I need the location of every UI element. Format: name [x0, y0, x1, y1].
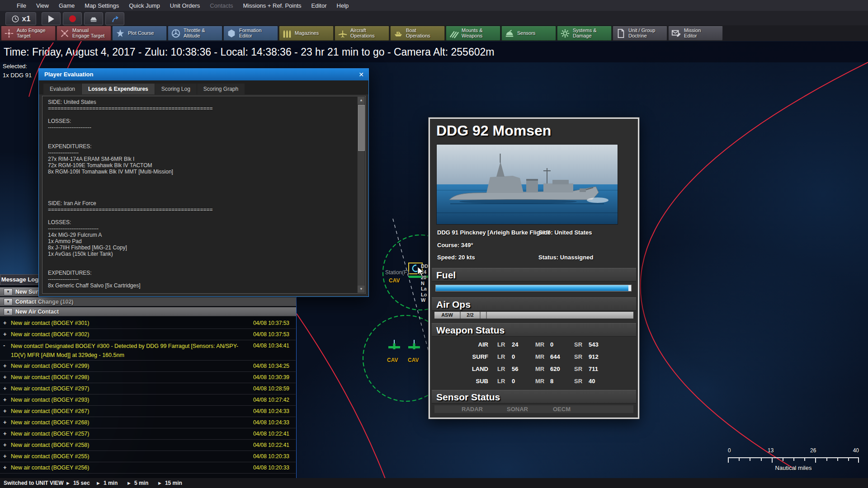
losses-expenditures-text: SIDE: United States ====================… — [48, 99, 355, 291]
menu-missions-ref-points[interactable]: Missions + Ref. Points — [238, 2, 307, 9]
jump-to-location-button[interactable] — [105, 12, 124, 25]
mounts-weapons-button[interactable]: Mounts &Weapons — [446, 26, 500, 41]
envelope-pencil-icon — [671, 28, 681, 38]
yoke-icon — [171, 28, 181, 38]
time-step-5min-button[interactable]: ►5 min — [127, 478, 148, 488]
log-group-contact-change[interactable]: ▼ Contact Change (102) — [0, 297, 296, 306]
log-entry[interactable]: +New air contact (BOGEY #301)04/08 10:37… — [0, 318, 296, 329]
plot-course-button[interactable]: Plot Course — [112, 26, 167, 41]
air-ops-ready-cell[interactable]: 2/2 — [461, 312, 481, 319]
menu-view[interactable]: View — [31, 2, 54, 9]
sensor-status-section-header: Sensor Status — [432, 390, 636, 404]
air-ops-asw-cell[interactable]: ASW — [434, 312, 461, 319]
unit-status-text: Status: Unassigned — [538, 254, 593, 261]
log-entry[interactable]: +New air contact (BOGEY #299)04/08 10:34… — [0, 361, 296, 372]
collapse-arrow-icon[interactable]: ▼ — [4, 298, 13, 305]
time-step-1min-button[interactable]: ►1 min — [96, 478, 118, 488]
scroll-thumb[interactable] — [358, 105, 365, 151]
unit-title: DDG 92 Momsen — [436, 122, 551, 139]
log-entry[interactable]: +New air contact (BOGEY #298)04/08 10:30… — [0, 372, 296, 383]
scroll-up-icon[interactable]: ▲ — [358, 97, 365, 104]
menu-game[interactable]: Game — [54, 2, 80, 9]
air-ops-spacer-cell — [481, 312, 487, 319]
time-step-15sec-button[interactable]: ►15 sec — [66, 478, 90, 488]
log-entry[interactable]: +New air contact (BOGEY #267)04/08 10:24… — [0, 406, 296, 417]
mission-editor-button[interactable]: MissionEditor — [668, 26, 723, 41]
log-entry[interactable]: +New air contact (BOGEY #258)04/08 10:22… — [0, 440, 296, 451]
auto-engage-target-button[interactable]: Auto EngageTarget — [1, 26, 56, 41]
systems-damage-button[interactable]: Systems &Damage — [557, 26, 612, 41]
log-entry[interactable]: +New air contact (BOGEY #256)04/08 10:20… — [0, 462, 296, 474]
collapse-arrow-icon[interactable]: ▼ — [4, 288, 13, 296]
formation-editor-button[interactable]: FormationEditor — [223, 26, 278, 41]
sensor-radar-toggle[interactable]: RADAR — [462, 406, 483, 413]
message-log-tab[interactable]: Message Log — [0, 274, 40, 285]
star-icon — [115, 28, 125, 38]
menu-contacts: Contacts — [205, 2, 238, 9]
record-icon — [69, 15, 76, 22]
manual-engage-target-button[interactable]: ManualEngage Target — [57, 26, 111, 41]
aircraft-icon — [338, 28, 348, 38]
unit-info-panel: DDG 92 Momsen — [429, 117, 639, 419]
player-evaluation-dialog: Player Evaluation ✕ Evaluation Losses & … — [38, 68, 369, 297]
time-control-bar: x1 — [0, 11, 868, 25]
unit-group-doctrine-button[interactable]: Unit / GroupDoctrine — [613, 26, 667, 41]
dialog-titlebar[interactable]: Player Evaluation ✕ — [39, 69, 368, 80]
message-log-entries: +New air contact (BOGEY #301)04/08 10:37… — [0, 318, 296, 488]
sensor-oecm-toggle[interactable]: OECM — [553, 406, 571, 413]
boat-operations-button[interactable]: BoatOperations — [390, 26, 445, 41]
unit-speed-text: Speed: 20 kts — [437, 254, 475, 261]
dome-view-button[interactable] — [84, 12, 103, 25]
log-entry[interactable]: -New contact! Designated BOGEY #300 - De… — [0, 340, 296, 361]
tab-losses-expenditures[interactable]: Losses & Expenditures — [82, 84, 155, 94]
log-entry[interactable]: +New air contact (BOGEY #297)04/08 10:28… — [0, 383, 296, 394]
tab-evaluation[interactable]: Evaluation — [43, 84, 81, 94]
scale-tick-label: 26 — [810, 447, 816, 454]
menu-editor[interactable]: Editor — [307, 2, 332, 9]
view-status-text: Switched to UNIT VIEW — [4, 478, 64, 488]
log-entry[interactable]: +New air contact (BOGEY #257)04/08 10:22… — [0, 428, 296, 440]
scroll-down-icon[interactable]: ▼ — [358, 286, 365, 293]
dialog-title: Player Evaluation — [44, 69, 93, 80]
document-icon — [616, 28, 626, 38]
scale-unit-label: Nautical miles — [728, 465, 859, 471]
time-compression-button[interactable]: x1 — [5, 12, 36, 25]
play-icon — [48, 15, 54, 23]
menu-map-settings[interactable]: Map Settings — [80, 2, 124, 9]
step-arrow-icon: ► — [96, 478, 101, 488]
scrollbar[interactable]: ▲ ▼ — [357, 97, 365, 293]
menu-help[interactable]: Help — [332, 2, 354, 9]
unit-callsign-label: CAV — [389, 277, 400, 284]
time-speed-label: x1 — [22, 14, 31, 23]
bullets-icon — [282, 28, 292, 38]
jump-arrow-icon — [110, 14, 119, 23]
crosshair-arrows-icon — [60, 28, 70, 38]
log-entry[interactable]: +New air contact (BOGEY #268)04/08 10:24… — [0, 417, 296, 428]
aircraft-operations-button[interactable]: AircraftOperations — [335, 26, 389, 41]
losses-expenditures-content: SIDE: United States ====================… — [42, 96, 366, 294]
dialog-tabs: Evaluation Losses & Expenditures Scoring… — [39, 80, 368, 94]
menu-file[interactable]: File — [12, 2, 31, 9]
log-entry[interactable]: +New air contact (BOGEY #293)04/08 10:27… — [0, 394, 296, 406]
magazines-button[interactable]: Magazines — [279, 26, 334, 41]
gear-icon — [560, 28, 570, 38]
throttle-altitude-button[interactable]: Throttle &Altitude — [168, 26, 222, 41]
log-entry[interactable]: +New air contact (BOGEY #255)04/08 10:20… — [0, 451, 296, 462]
play-button[interactable] — [42, 12, 61, 25]
tab-scoring-log[interactable]: Scoring Log — [155, 84, 197, 94]
log-group-new-air-contact[interactable]: ▲ New Air Contact — [0, 307, 296, 316]
time-step-15min-button[interactable]: ►15 min — [157, 478, 182, 488]
record-button[interactable] — [63, 12, 82, 25]
expand-arrow-icon[interactable]: ▲ — [4, 308, 13, 315]
log-entry[interactable]: +New air contact (BOGEY #302)04/08 10:37… — [0, 329, 296, 340]
menu-unit-orders[interactable]: Unit Orders — [165, 2, 205, 9]
radar-dome-icon — [505, 28, 514, 38]
bottom-status-bar: Switched to UNIT VIEW ►15 sec ►1 min ►5 … — [0, 478, 868, 488]
time-status-band: Time: Friday, August 4, 2017 - Zulu: 10:… — [0, 42, 868, 62]
air-ops-section-header: Air Ops — [432, 297, 636, 311]
sensors-button[interactable]: Sensors — [501, 26, 556, 41]
close-icon[interactable]: ✕ — [359, 69, 364, 80]
tab-scoring-graph[interactable]: Scoring Graph — [197, 84, 245, 94]
menu-quick-jump[interactable]: Quick Jump — [124, 2, 165, 9]
sensor-sonar-toggle[interactable]: SONAR — [507, 406, 528, 413]
